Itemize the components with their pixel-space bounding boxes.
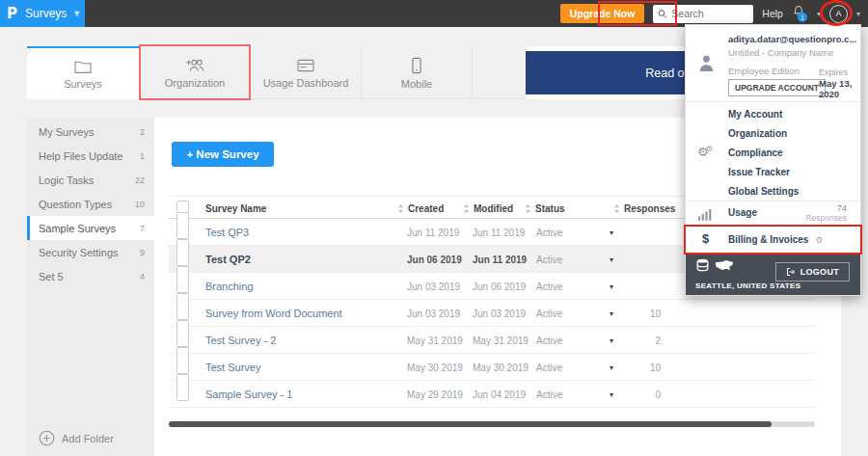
sidebar-item-count: 7 [140, 224, 145, 233]
account-panel-footer: SEATTLE, UNITED STATES LOGOUT [686, 253, 860, 295]
menu-item-organization[interactable]: Organization [686, 123, 860, 143]
questionpro-dashboard: P Surveys ▼ Upgrade Now Help 1 ▾ A ▾ Sur… [0, 0, 868, 456]
sidebar-item-count: 22 [135, 175, 145, 185]
bar-chart-icon [698, 207, 713, 221]
sidebar-item-label: Security Settings [39, 247, 119, 258]
survey-name-link[interactable]: Branching [205, 273, 254, 300]
status-cell: Active [536, 246, 562, 273]
row-checkbox[interactable] [176, 239, 189, 266]
tab-usage-dashboard[interactable]: Usage Dashboard [251, 46, 362, 99]
sidebar-item-sample-surveys[interactable]: Sample Surveys7 [27, 216, 154, 240]
column-header-created[interactable]: Created [397, 197, 444, 220]
account-company: Untitled - Company Name [728, 47, 833, 58]
dashboard-icon [296, 58, 315, 73]
app-menu-label: Surveys [25, 7, 67, 20]
sidebar-item-label: Logic Tasks [39, 174, 94, 186]
column-header-modified[interactable]: Modified [463, 197, 513, 220]
add-folder-button[interactable]: Add Folder [39, 430, 114, 446]
billing-invoices-menu-item[interactable]: $ Billing & Invoices 0 [686, 227, 860, 253]
usage-label: Usage [728, 207, 757, 218]
chevron-down-icon: ▼ [72, 9, 81, 18]
survey-name-link[interactable]: Test QP3 [205, 219, 249, 246]
help-link[interactable]: Help [762, 8, 783, 19]
search-box[interactable] [653, 5, 753, 23]
horizontal-scrollbar[interactable] [169, 421, 815, 427]
sidebar-item-label: Set 5 [39, 271, 64, 282]
status-dropdown-caret[interactable]: ▾ [610, 246, 613, 273]
created-cell: Jun 03 2019 [407, 300, 460, 327]
menu-item-my-account[interactable]: My Account [686, 104, 860, 123]
table-row-survey-from-word-document: Survey from Word DocumentJun 03 2019Jun … [169, 300, 815, 327]
expires-date: May 13, 2020 [819, 78, 860, 99]
status-cell: Active [536, 327, 562, 354]
status-dropdown-caret[interactable]: ▾ [610, 327, 613, 354]
sort-icon [397, 203, 404, 214]
add-folder-label: Add Folder [62, 433, 114, 444]
sidebar-item-security-settings[interactable]: Security Settings9 [27, 240, 154, 264]
notifications-button[interactable]: 1 [792, 4, 808, 23]
survey-name-link[interactable]: Test Survey - 2 [205, 327, 276, 354]
column-header-responses[interactable]: Responses [613, 197, 675, 220]
sidebar-item-set-5[interactable]: Set 54 [27, 264, 154, 288]
tab-surveys[interactable]: Surveys [27, 46, 140, 99]
table-row-sample-survey-1: Sample Survey - 1May 29 2019Jun 04 2019A… [169, 381, 815, 408]
database-icon [696, 258, 709, 273]
status-dropdown-caret[interactable]: ▾ [610, 381, 613, 408]
status-dropdown-caret[interactable]: ▾ [610, 300, 613, 327]
logout-button[interactable]: LOGOUT [775, 262, 850, 282]
survey-name-link[interactable]: Survey from Word Document [205, 300, 342, 327]
row-checkbox[interactable] [176, 293, 189, 320]
sort-icon [613, 203, 620, 214]
column-header-survey-name[interactable]: Survey Name [205, 197, 266, 220]
sidebar-item-count: 9 [140, 248, 145, 257]
usage-value: 74 [837, 203, 847, 213]
upgrade-account-button[interactable]: UPGRADE ACCOUNT [728, 79, 826, 96]
usage-menu-item[interactable]: Usage 74 Responses [686, 201, 860, 227]
row-checkbox[interactable] [176, 374, 189, 401]
row-checkbox[interactable] [176, 212, 189, 239]
column-header-status[interactable]: Status [525, 197, 565, 220]
sidebar-item-count: 2 [140, 127, 145, 137]
sidebar-item-logic-tasks[interactable]: Logic Tasks22 [27, 168, 154, 192]
account-avatar[interactable]: A [829, 5, 848, 23]
status-dropdown-caret[interactable]: ▾ [610, 354, 613, 381]
menu-item-global-settings[interactable]: Global Settings [686, 181, 860, 201]
created-cell: May 31 2019 [407, 327, 463, 354]
survey-name-link[interactable]: Test Survey [205, 354, 260, 381]
datacenter-location: SEATTLE, UNITED STATES [695, 282, 800, 290]
status-cell: Active [536, 300, 562, 327]
surveys-app-menu[interactable]: P Surveys ▼ [0, 0, 85, 27]
sidebar-list: My Surveys2Help Files Update1Logic Tasks… [27, 118, 154, 288]
row-checkbox[interactable] [176, 320, 189, 347]
responses-cell: 10 [632, 354, 661, 381]
sidebar-item-my-surveys[interactable]: My Surveys2 [27, 120, 154, 144]
responses-cell: 2 [632, 327, 661, 354]
survey-name-link[interactable]: Sample Survey - 1 [205, 381, 292, 408]
tab-label: Usage Dashboard [263, 77, 349, 89]
sidebar-item-help-files-update[interactable]: Help Files Update1 [27, 144, 154, 168]
modified-cell: Jun 11 2019 [473, 219, 525, 246]
sidebar-item-count: 10 [135, 200, 145, 209]
new-survey-button[interactable]: + New Survey [172, 142, 274, 167]
top-bar-right: Upgrade Now Help 1 ▾ A ▾ [560, 0, 860, 27]
chevron-down-icon[interactable]: ▾ [817, 10, 821, 18]
search-input[interactable] [671, 8, 748, 19]
tab-mobile[interactable]: Mobile [362, 46, 473, 99]
tab-label: Mobile [401, 78, 432, 90]
account-edition: Employee Edition [728, 66, 800, 76]
tab-organization[interactable]: Organization [140, 46, 251, 99]
status-dropdown-caret[interactable]: ▾ [610, 219, 613, 246]
menu-item-issue-tracker[interactable]: Issue Tracker [686, 162, 860, 181]
row-checkbox[interactable] [176, 347, 189, 374]
row-checkbox[interactable] [176, 266, 189, 293]
status-dropdown-caret[interactable]: ▾ [610, 273, 613, 300]
scrollbar-thumb[interactable] [169, 421, 772, 427]
sidebar-item-count: 1 [140, 151, 145, 161]
sidebar-item-label: Help Files Update [39, 150, 122, 162]
questionpro-logo: P [7, 5, 17, 22]
survey-name-link[interactable]: Test QP2 [205, 246, 251, 273]
upgrade-now-button[interactable]: Upgrade Now [560, 4, 645, 23]
modified-cell: May 31 2019 [473, 327, 529, 354]
chevron-down-icon[interactable]: ▾ [856, 10, 860, 18]
sidebar-item-question-types[interactable]: Question Types10 [27, 192, 154, 216]
